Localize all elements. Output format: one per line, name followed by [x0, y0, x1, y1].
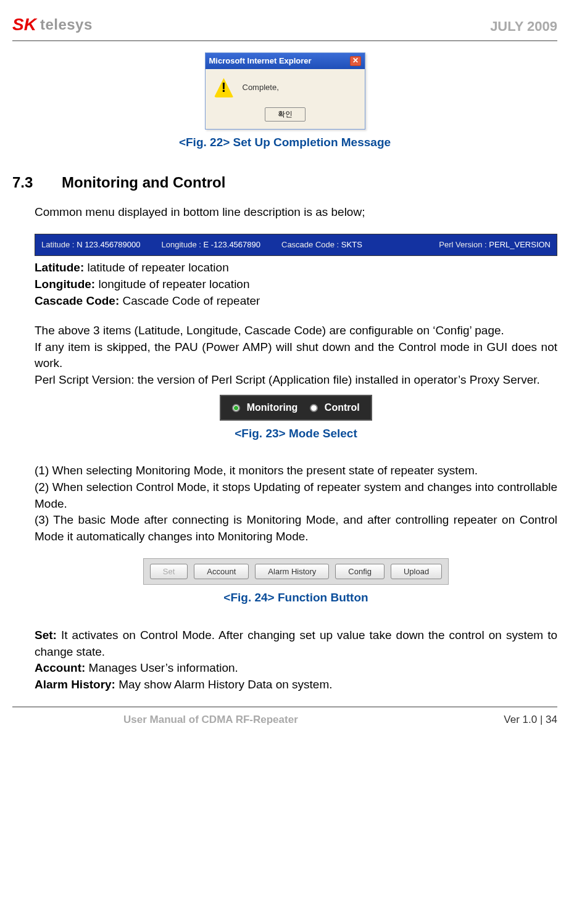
note-pau: If any item is skipped, the PAU (Power A…: [35, 339, 557, 372]
footer-title: User Manual of CDMA RF-Repeater: [123, 712, 298, 727]
dialog-title-text: Microsoft Internet Explorer: [209, 56, 312, 67]
warning-icon: !: [214, 78, 234, 97]
status-perl: Perl Version : PERL_VERSION: [439, 239, 551, 250]
dialog-button-row: 확인: [206, 100, 365, 129]
page-footer: User Manual of CDMA RF-Repeater Ver 1.0 …: [12, 706, 557, 727]
note-config: The above 3 items (Latitude, Longitude, …: [35, 323, 557, 339]
dialog-body: ! Complete,: [206, 69, 365, 100]
close-icon[interactable]: ✕: [350, 56, 361, 66]
account-button[interactable]: Account: [194, 564, 249, 579]
ok-button[interactable]: 확인: [265, 107, 306, 122]
set-button[interactable]: Set: [150, 564, 188, 579]
alarm-history-button[interactable]: Alarm History: [255, 564, 329, 579]
status-cascade: Cascade Code : SKTS: [281, 239, 362, 250]
funcdesc-set: Set: It activates on Control Mode. After…: [35, 627, 557, 660]
fig22-container: Microsoft Internet Explorer ✕ ! Complete…: [12, 52, 557, 130]
def-cascade: Cascade Code: Cascade Code of repeater: [35, 293, 557, 310]
radio-unselected-icon: [310, 404, 318, 412]
footer-page: Ver 1.0 | 34: [504, 712, 557, 727]
radio-selected-icon: [232, 404, 240, 412]
status-bar: Latitude : N 123.456789000 Longitude : E…: [35, 234, 557, 256]
status-latitude: Latitude : N 123.456789000: [41, 239, 141, 250]
dialog-message: Complete,: [243, 82, 279, 93]
ie-dialog: Microsoft Internet Explorer ✕ ! Complete…: [205, 52, 365, 130]
dialog-titlebar: Microsoft Internet Explorer ✕: [206, 53, 365, 69]
status-longitude: Longitude : E -123.4567890: [162, 239, 261, 250]
fig24-container: Set Account Alarm History Config Upload: [35, 558, 557, 585]
mode-control[interactable]: Control: [310, 401, 359, 415]
fig24-caption: <Fig. 24> Function Button: [35, 590, 557, 606]
note-perl: Perl Script Version: the version of Perl…: [35, 372, 557, 389]
funcdesc-alarm: Alarm History: May show Alarm History Da…: [35, 677, 557, 693]
funcdesc-account: Account: Manages User’s information.: [35, 660, 557, 677]
page-header: SK telesys JULY 2009: [12, 12, 557, 41]
mode-desc-2: (2) When selection Control Mode, it stop…: [35, 479, 557, 512]
section-title: Monitoring and Control: [62, 174, 225, 191]
mode-monitoring[interactable]: Monitoring: [232, 401, 297, 415]
fig23-container: Monitoring Control: [35, 395, 557, 421]
logo-telesys: telesys: [40, 14, 93, 35]
fig23-caption: <Fig. 23> Mode Select: [35, 426, 557, 442]
section-number: 7.3: [12, 172, 33, 193]
logo: SK telesys: [12, 12, 93, 36]
mode-desc-1: (1) When selecting Monitoring Mode, it m…: [35, 463, 557, 479]
mode-select-box: Monitoring Control: [220, 395, 372, 421]
def-longitude: Longitude: longitude of repeater locatio…: [35, 276, 557, 293]
intro-paragraph: Common menu displayed in bottom line des…: [35, 204, 557, 221]
section-heading: 7.3 Monitoring and Control: [12, 172, 557, 193]
header-date: JULY 2009: [490, 17, 557, 36]
mode-desc-3: (3) The basic Mode after connecting is M…: [35, 512, 557, 545]
def-latitude: Latitude: latitude of repeater location: [35, 260, 557, 276]
config-button[interactable]: Config: [335, 564, 385, 579]
fig22-caption: <Fig. 22> Set Up Completion Message: [12, 134, 557, 151]
function-button-bar: Set Account Alarm History Config Upload: [143, 558, 449, 585]
logo-sk: SK: [12, 12, 36, 36]
upload-button[interactable]: Upload: [391, 564, 442, 579]
